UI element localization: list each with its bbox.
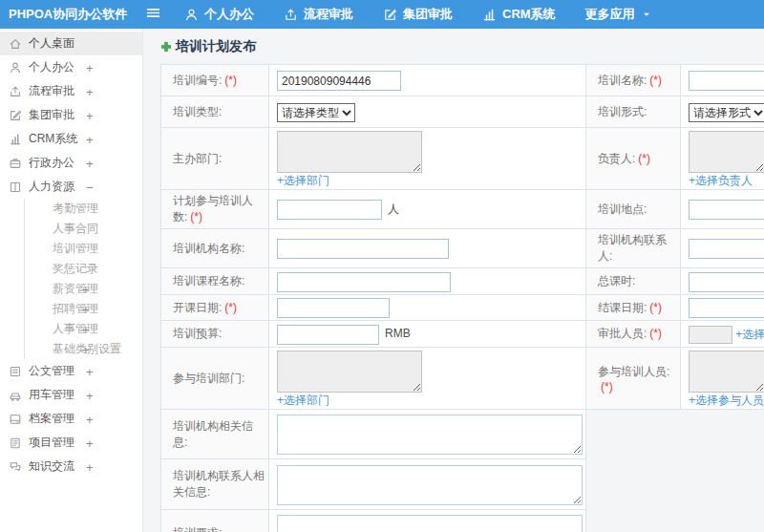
readonly-picker-textarea[interactable] xyxy=(277,351,422,393)
hamburger-icon-button[interactable] xyxy=(145,5,161,24)
large-textarea[interactable] xyxy=(277,415,583,455)
required-mark: (*) xyxy=(649,301,662,314)
expand-toggle-icon[interactable]: + xyxy=(86,61,94,74)
field-label-cell: 培训机构相关信息: xyxy=(161,410,269,459)
sidebar-item-9[interactable]: 用车管理+ xyxy=(0,383,142,407)
large-textarea[interactable] xyxy=(277,465,583,505)
expand-toggle-icon[interactable]: + xyxy=(82,343,90,355)
select-dropdown[interactable]: 请选择类型 xyxy=(277,103,355,122)
project-icon xyxy=(9,436,22,450)
expand-toggle-icon[interactable]: + xyxy=(86,389,94,401)
nav-item-label: 流程审批 xyxy=(304,6,353,23)
field-label-cell: 开课日期:(*) xyxy=(161,295,269,321)
expand-toggle-icon[interactable]: + xyxy=(82,323,90,335)
expand-toggle-icon[interactable]: + xyxy=(86,413,94,425)
text-input[interactable] xyxy=(277,272,451,292)
expand-toggle-icon[interactable]: + xyxy=(86,85,94,97)
sidebar-item-label: 公文管理 xyxy=(29,363,74,379)
car-icon xyxy=(9,389,22,402)
field-label: 结课日期: xyxy=(598,301,647,314)
expand-toggle-icon[interactable]: + xyxy=(82,303,90,315)
picker-link[interactable]: +选择负责人 xyxy=(689,174,753,187)
sidebar-item-5[interactable]: CRM系统+ xyxy=(0,127,142,151)
text-input[interactable] xyxy=(689,200,764,220)
sidebar-item-label: 集团审批 xyxy=(29,107,74,123)
field-label: 审批人员: xyxy=(598,327,647,340)
user-icon xyxy=(9,61,22,74)
top-nav: 个人办公流程审批集团审批CRM系统更多应用 xyxy=(184,6,652,23)
large-textarea[interactable] xyxy=(277,515,583,532)
sidebar-item-11[interactable]: 项目管理+ xyxy=(0,431,142,455)
text-input[interactable] xyxy=(689,298,764,318)
sidebar-item-2[interactable]: 个人办公+ xyxy=(0,55,142,79)
briefcase-icon xyxy=(9,157,22,170)
sidebar-subitem-1[interactable]: 考勤管理 xyxy=(25,199,142,219)
field-cell: +选择部门 xyxy=(269,348,586,410)
sidebar-item-7[interactable]: 人力资源− xyxy=(0,175,142,199)
caret-down-icon xyxy=(641,9,652,20)
field-label: 培训机构名称: xyxy=(173,242,244,255)
sidebar-subitem-8[interactable]: 基础类别设置+ xyxy=(25,339,142,359)
field-cell: 请选择类型 xyxy=(269,96,586,128)
nav-item-2[interactable]: 流程审批 xyxy=(284,6,353,23)
sidebar-subitem-4[interactable]: 奖惩记录 xyxy=(25,259,142,279)
field-cell: +选择负责人 xyxy=(681,128,764,190)
expand-toggle-icon[interactable]: + xyxy=(86,109,94,121)
nav-item-label: 集团审批 xyxy=(403,6,453,23)
text-input[interactable] xyxy=(277,200,382,220)
nav-item-label: CRM系统 xyxy=(502,6,556,23)
sidebar-subitem-7[interactable]: 人事管理+ xyxy=(25,319,142,339)
sidebar-item-8[interactable]: 公文管理+ xyxy=(0,359,142,383)
nav-item-1[interactable]: 个人办公 xyxy=(184,6,254,23)
text-input[interactable] xyxy=(277,239,449,259)
required-mark: (*) xyxy=(190,210,202,223)
text-input[interactable] xyxy=(689,239,764,259)
sidebar-item-4[interactable]: 集团审批+ xyxy=(0,103,142,127)
sidebar-subitem-label: 人事管理 xyxy=(53,321,98,337)
sidebar-subitem-3[interactable]: 培训管理 xyxy=(25,239,142,259)
field-label-cell: 培训形式: xyxy=(586,96,681,128)
text-input[interactable] xyxy=(689,71,764,91)
readonly-picker-textarea[interactable] xyxy=(689,351,764,393)
form-row: 培训课程名称:总课时: xyxy=(161,268,764,295)
field-label-cell: 负责人:(*) xyxy=(586,128,681,190)
sidebar-item-6[interactable]: 行政办公+ xyxy=(0,151,142,175)
readonly-picker-textarea[interactable] xyxy=(277,131,422,173)
picker-link[interactable]: +选择部门 xyxy=(277,174,329,187)
expand-toggle-icon[interactable]: + xyxy=(86,365,94,377)
expand-toggle-icon[interactable]: + xyxy=(86,460,94,473)
readonly-picker-textarea[interactable] xyxy=(689,131,764,173)
picker-link[interactable]: +选择部门 xyxy=(277,394,329,407)
sidebar-subitem-label: 培训管理 xyxy=(53,241,98,257)
sidebar-item-10[interactable]: 档案管理+ xyxy=(0,407,142,431)
field-label: 培训名称: xyxy=(598,74,647,87)
nav-item-5[interactable]: 更多应用 xyxy=(585,6,652,23)
picker-link[interactable]: +选择审批人员 xyxy=(735,327,764,340)
field-label: 培训地点: xyxy=(598,202,647,216)
sidebar-item-1[interactable]: 个人桌面 xyxy=(0,32,142,55)
content-area: 培训计划发布 培训编号:(*)培训名称:(*)培训类型:请选择类型培训形式:请选… xyxy=(143,29,764,532)
field-cell xyxy=(269,295,586,321)
nav-item-3[interactable]: 集团审批 xyxy=(383,6,453,23)
picker-link[interactable]: +选择参与人员 xyxy=(689,394,764,407)
select-dropdown[interactable]: 请选择形式 xyxy=(689,103,764,122)
expand-toggle-icon[interactable]: − xyxy=(86,181,94,193)
sidebar-item-3[interactable]: 流程审批+ xyxy=(0,79,142,103)
expand-toggle-icon[interactable]: + xyxy=(86,436,94,449)
app-logo[interactable]: PHPOA协同办公软件 xyxy=(0,6,136,23)
sidebar-item-12[interactable]: 知识交流+ xyxy=(0,455,142,479)
text-input[interactable] xyxy=(689,272,764,292)
expand-toggle-icon[interactable]: + xyxy=(86,133,94,145)
text-input[interactable] xyxy=(277,325,379,345)
readonly-picker-input[interactable] xyxy=(689,326,732,344)
text-input[interactable] xyxy=(277,71,401,91)
expand-toggle-icon[interactable]: + xyxy=(86,157,94,169)
field-label: 总课时: xyxy=(598,274,635,287)
text-input[interactable] xyxy=(277,298,390,318)
field-cell xyxy=(269,229,586,268)
sidebar-subitem-5[interactable]: 薪资管理+ xyxy=(25,279,142,299)
sidebar-subitem-6[interactable]: 招聘管理+ xyxy=(25,299,142,319)
sidebar-subitem-2[interactable]: 人事合同 xyxy=(25,219,142,239)
nav-item-4[interactable]: CRM系统 xyxy=(482,6,556,23)
expand-toggle-icon[interactable]: + xyxy=(82,283,90,295)
